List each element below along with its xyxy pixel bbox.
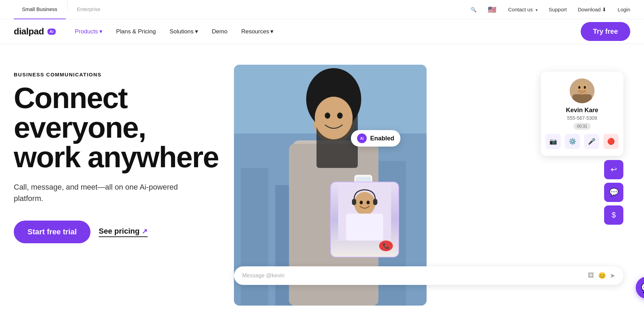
svg-rect-24 [572, 94, 592, 103]
nav-demo[interactable]: Demo [206, 25, 233, 38]
back-float-btn[interactable]: ↩ [604, 160, 623, 179]
svg-point-21 [366, 201, 369, 204]
dollar-float-btn[interactable]: $ [604, 205, 623, 225]
hero-headline: Connect everyone, work anywhere [14, 83, 220, 172]
message-icons: 🖼 😊 ➤ [588, 272, 615, 279]
tab-divider [67, 0, 67, 10]
logo-ai-badge: Ai [47, 29, 56, 35]
svg-rect-2 [241, 168, 268, 306]
start-trial-button[interactable]: Start free trial [14, 221, 90, 243]
svg-point-27 [577, 89, 587, 95]
svg-point-26 [584, 86, 586, 89]
call-timer: 00:31 [573, 123, 591, 130]
nav-solutions[interactable]: Solutions ▾ [164, 25, 204, 38]
contact-panel: Kevin Kare 555-567-5309 00:31 📷 ⚙️ 🎤 🔴 ↩… [541, 72, 623, 225]
svg-point-12 [337, 113, 343, 119]
video-call-card: 📞 [330, 182, 399, 257]
message-bar[interactable]: Message @kevin 🖼 😊 ➤ [234, 266, 623, 285]
svg-point-10 [315, 97, 353, 139]
try-free-button[interactable]: Try free [581, 22, 630, 41]
settings-action-btn[interactable]: ⚙️ [565, 134, 580, 149]
nav-links: Products ▾ Plans & Pricing Solutions ▾ D… [69, 25, 279, 38]
mic-action-btn[interactable]: 🎤 [584, 134, 599, 149]
hero-section: BUSINESS COMMUNICATIONS Connect everyone… [0, 44, 644, 309]
smile-icon[interactable]: 😊 [598, 272, 606, 279]
svg-point-20 [359, 201, 363, 204]
top-bar: Small Business Enterprise 🔍 🇺🇸 Contact u… [0, 0, 644, 19]
send-icon[interactable]: ➤ [610, 272, 615, 279]
logo[interactable]: dialpad Ai [14, 26, 56, 37]
tab-small-business[interactable]: Small Business [14, 0, 66, 19]
video-person: 📞 [331, 182, 398, 257]
ai-badge-label: Enabled [370, 135, 394, 142]
top-bar-right: 🔍 🇺🇸 Contact us ▾ Support Download ⬇ Log… [471, 6, 630, 13]
hero-subtext: Call, message, and meet—all on one Ai-po… [14, 181, 179, 204]
tab-small-business-label: Small Business [22, 6, 57, 12]
hero-cta: Start free trial See pricing ↗ [14, 221, 220, 243]
svg-rect-17 [346, 214, 383, 241]
see-pricing-link[interactable]: See pricing ↗ [99, 227, 148, 237]
ai-enabled-badge: Ai Enabled [351, 130, 400, 147]
chat-float-btn[interactable]: 💬 [604, 183, 623, 202]
contact-name: Kevin Kare [566, 107, 598, 114]
nav-plans-pricing[interactable]: Plans & Pricing [111, 25, 161, 38]
svg-point-25 [578, 86, 580, 89]
floating-action-buttons: ↩ 💬 $ [541, 160, 623, 225]
nav-products[interactable]: Products ▾ [69, 25, 108, 38]
svg-point-11 [325, 113, 330, 119]
solutions-dropdown-arrow: ▾ [195, 28, 198, 35]
see-pricing-arrow: ↗ [142, 227, 148, 235]
hero-right: Ai Enabled [234, 65, 630, 306]
flag-icon[interactable]: 🇺🇸 [487, 6, 497, 13]
products-dropdown-arrow: ▾ [99, 28, 103, 35]
resources-dropdown-arrow: ▾ [270, 28, 273, 35]
contact-dropdown-arrow: ▾ [536, 8, 538, 12]
chat-bubble-button[interactable]: 💬 [636, 277, 644, 299]
support-link[interactable]: Support [549, 7, 567, 12]
login-link[interactable]: Login [618, 7, 630, 12]
end-action-btn[interactable]: 🔴 [603, 134, 619, 149]
download-icon: ⬇ [602, 7, 607, 12]
logo-text: dialpad [14, 26, 44, 37]
nav-resources[interactable]: Resources ▾ [236, 25, 279, 38]
contact-card: Kevin Kare 555-567-5309 00:31 📷 ⚙️ 🎤 🔴 [541, 72, 623, 156]
svg-point-16 [354, 192, 375, 215]
main-nav: dialpad Ai Products ▾ Plans & Pricing So… [0, 19, 644, 44]
contact-avatar [570, 78, 594, 103]
svg-rect-18 [352, 199, 356, 205]
tab-enterprise[interactable]: Enterprise [69, 0, 109, 19]
ai-badge-icon: Ai [357, 134, 367, 143]
contact-phone: 555-567-5309 [567, 115, 597, 121]
download-link[interactable]: Download ⬇ [578, 7, 607, 13]
tab-enterprise-label: Enterprise [77, 6, 100, 12]
call-actions: 📷 ⚙️ 🎤 🔴 [546, 134, 619, 149]
contact-us-link[interactable]: Contact us ▾ [508, 7, 538, 12]
hero-eyebrow: BUSINESS COMMUNICATIONS [14, 72, 220, 77]
hero-left: BUSINESS COMMUNICATIONS Connect everyone… [14, 65, 220, 243]
search-icon[interactable]: 🔍 [471, 7, 476, 12]
image-icon[interactable]: 🖼 [588, 272, 594, 279]
camera-action-btn[interactable]: 📷 [546, 134, 561, 149]
top-bar-tabs: Small Business Enterprise [14, 0, 109, 19]
message-placeholder: Message @kevin [242, 273, 285, 279]
end-call-button[interactable]: 📞 [379, 241, 393, 251]
svg-rect-19 [373, 199, 377, 205]
